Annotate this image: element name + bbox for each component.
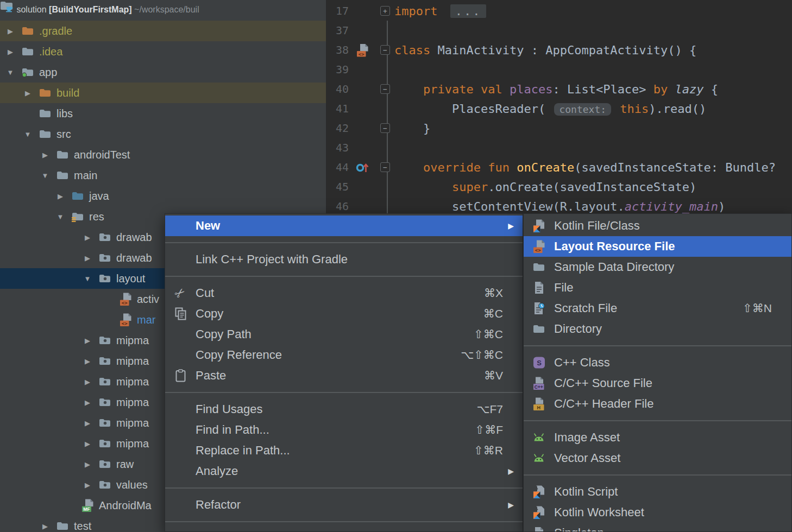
menu-item-label: Kotlin File/Class: [554, 219, 640, 233]
svg-text:<>: <>: [358, 51, 364, 56]
tree-row-androidtest[interactable]: ▶androidTest: [0, 144, 326, 165]
fold-column: −: [376, 162, 394, 172]
code-line-38[interactable]: 38<>−class MainActivity : AppCompatActiv…: [326, 40, 792, 60]
expand-arrow-icon[interactable]: ▶: [81, 378, 93, 386]
svg-text:H: H: [537, 405, 540, 410]
new-submenu-item-c-c-header-file[interactable]: HC/C++ Header File: [524, 394, 791, 414]
code-line-43[interactable]: 43: [326, 138, 792, 157]
cpp-class-icon: S: [533, 357, 545, 369]
collapse-arrow-icon[interactable]: ▼: [81, 275, 93, 283]
fold-marker[interactable]: −: [380, 45, 390, 55]
cut-icon: ✂: [175, 287, 185, 300]
new-submenu-item-layout-resource-file[interactable]: <>Layout Resource File: [524, 236, 791, 257]
line-number: 43: [326, 141, 349, 154]
tree-row-main[interactable]: ▼main: [0, 165, 326, 186]
new-submenu-item-sample-data-directory[interactable]: Sample Data Directory: [524, 257, 791, 277]
new-submenu-item-image-asset[interactable]: Image Asset: [524, 427, 791, 448]
expand-arrow-icon[interactable]: ▶: [81, 357, 93, 365]
new-submenu-item-scratch-file[interactable]: Scratch File⇧⌘N: [524, 298, 791, 319]
new-submenu-item-kotlin-worksheet[interactable]: Kotlin Worksheet: [524, 502, 791, 523]
new-submenu-item-directory[interactable]: Directory: [524, 319, 791, 339]
new-submenu-item-file[interactable]: File: [524, 277, 791, 298]
context-menu: New▶Link C++ Project with Gradle✂Cut⌘XCo…: [165, 213, 523, 532]
code-line-45[interactable]: 45 super.onCreate(savedInstanceState): [326, 177, 792, 197]
tree-row-src[interactable]: ▼src: [0, 124, 326, 144]
context-menu-item-replace-in-path[interactable]: Replace in Path...⇧⌘R: [165, 440, 523, 461]
tree-item-label: drawab: [116, 252, 152, 264]
tree-item-label: build: [56, 87, 79, 99]
new-submenu-item-c-class[interactable]: SC++ Class: [524, 352, 791, 373]
expand-arrow-icon[interactable]: ▶: [81, 440, 93, 448]
tree-row-idea[interactable]: ▶.idea: [0, 41, 326, 62]
context-menu-item-find-in-path[interactable]: Find in Path...⇧⌘F: [165, 420, 523, 440]
line-number: 42: [326, 122, 349, 135]
expand-arrow-icon[interactable]: ▶: [81, 419, 93, 427]
context-menu-item-refactor[interactable]: Refactor▶: [165, 495, 523, 515]
context-menu-item-new[interactable]: New▶: [165, 216, 523, 236]
context-menu-item-copy[interactable]: Copy⌘C: [165, 303, 523, 324]
tree-item-label: .idea: [39, 46, 62, 58]
expand-arrow-icon[interactable]: ▶: [81, 460, 93, 468]
new-submenu-item-singleton[interactable]: Singleton: [524, 523, 791, 532]
menu-separator: [165, 482, 523, 495]
menu-item-label: Directory: [554, 322, 602, 336]
fold-marker[interactable]: −: [380, 84, 390, 94]
context-menu-item-paste[interactable]: Paste⌘V: [165, 365, 523, 386]
code-line-40[interactable]: 40− private val places: List<Place> by l…: [326, 79, 792, 99]
collapse-arrow-icon[interactable]: ▼: [22, 130, 34, 138]
expand-arrow-icon[interactable]: ▶: [39, 151, 51, 159]
expand-arrow-icon[interactable]: ▶: [22, 89, 34, 97]
code-line-44[interactable]: 44− override fun onCreate(savedInstanceS…: [326, 157, 792, 177]
expand-arrow-icon[interactable]: ▶: [4, 48, 16, 56]
code-text: override fun onCreate(savedInstanceState…: [394, 161, 776, 174]
tree-row-gradle[interactable]: ▶.gradle: [0, 21, 326, 41]
code-line-37[interactable]: 37: [326, 21, 792, 40]
context-menu-item-copy-path[interactable]: Copy Path⇧⌘C: [165, 324, 523, 345]
expand-arrow-icon[interactable]: ▶: [81, 337, 93, 345]
fold-marker[interactable]: −: [380, 123, 390, 133]
paste-icon: [175, 369, 186, 382]
cpp-header-icon: H: [533, 397, 545, 411]
tree-row-app[interactable]: ▼app: [0, 62, 326, 83]
context-menu-item-copy-reference[interactable]: Copy Reference⌥⇧⌘C: [165, 345, 523, 365]
context-menu-item-analyze[interactable]: Analyze▶: [165, 461, 523, 482]
tree-row-build[interactable]: ▶build: [0, 83, 326, 103]
gutter[interactable]: <>: [349, 43, 376, 57]
context-menu-item-add-to-favorites[interactable]: Add to Favorites: [165, 528, 523, 532]
expand-arrow-icon[interactable]: ▶: [81, 254, 93, 262]
folder-res-icon: [99, 359, 111, 368]
cpp-source-icon: C++: [533, 377, 545, 390]
expand-arrow-icon[interactable]: ▶: [4, 27, 16, 35]
expand-arrow-icon[interactable]: ▶: [81, 233, 93, 242]
context-menu-item-cut[interactable]: ✂Cut⌘X: [165, 283, 523, 303]
tree-row-libs[interactable]: libs: [0, 103, 326, 124]
collapse-arrow-icon[interactable]: ▼: [54, 213, 66, 221]
new-submenu-item-kotlin-file-class[interactable]: Kotlin File/Class: [524, 216, 791, 236]
expand-arrow-icon[interactable]: ▶: [39, 522, 51, 530]
fold-marker[interactable]: −: [380, 162, 390, 172]
new-submenu-item-kotlin-script[interactable]: Kotlin Script: [524, 482, 791, 502]
tree-row-java[interactable]: ▶java: [0, 186, 326, 206]
expand-arrow-icon[interactable]: ▶: [81, 398, 93, 407]
menu-separator: [524, 339, 791, 352]
context-menu-item-find-usages[interactable]: Find Usages⌥F7: [165, 399, 523, 420]
folder-gray-icon: [56, 173, 68, 182]
expand-arrow-icon[interactable]: ▶: [54, 192, 66, 200]
gutter[interactable]: [349, 160, 376, 174]
code-line-17[interactable]: 17+import ...: [326, 1, 792, 21]
context-menu-item-link-c-project-with-gradle[interactable]: Link C++ Project with Gradle: [165, 249, 523, 270]
menu-item-label: Copy Path: [196, 327, 252, 341]
folder-module-icon: [22, 70, 34, 79]
collapse-arrow-icon[interactable]: ▼: [4, 68, 16, 77]
expand-arrow-icon[interactable]: ▶: [81, 481, 93, 489]
code-line-39[interactable]: 39: [326, 60, 792, 79]
code-line-42[interactable]: 42− }: [326, 118, 792, 138]
fold-marker[interactable]: +: [380, 6, 390, 16]
fold-column: −: [376, 123, 394, 133]
tree-item-label: app: [39, 66, 57, 79]
code-line-41[interactable]: 41 PlacesReader( context: this).read(): [326, 99, 792, 118]
new-submenu-item-vector-asset[interactable]: Vector Asset: [524, 448, 791, 468]
new-submenu-item-c-c-source-file[interactable]: C++C/C++ Source File: [524, 373, 791, 394]
collapse-arrow-icon[interactable]: ▼: [39, 172, 51, 180]
tree-row-solution[interactable]: solution [BuildYourFirstMap] ~/workspace…: [0, 0, 326, 21]
